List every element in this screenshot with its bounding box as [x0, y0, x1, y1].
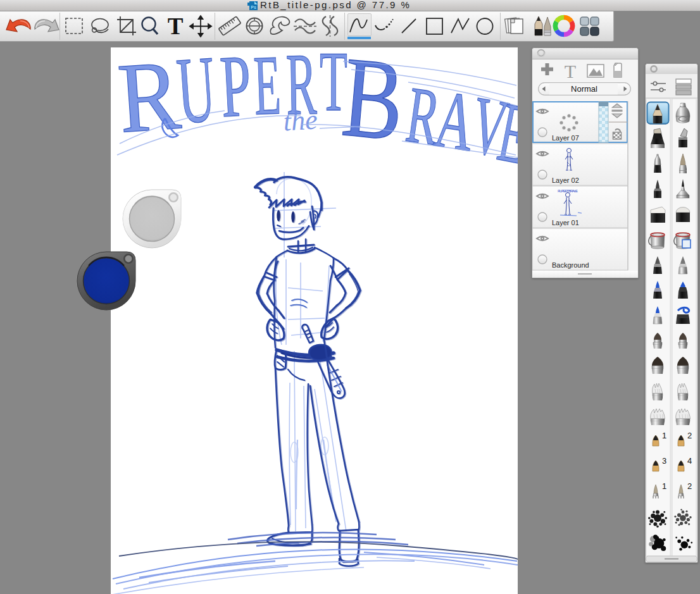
svg-text:Layer 07: Layer 07	[552, 134, 579, 142]
svg-text:T: T	[168, 13, 184, 39]
svg-text:Background: Background	[552, 261, 589, 269]
svg-text:T: T	[565, 61, 576, 82]
svg-text:3: 3	[662, 456, 666, 466]
svg-text:E: E	[253, 47, 282, 133]
svg-text:Layer 01: Layer 01	[552, 219, 579, 226]
svg-text:2: 2	[687, 431, 692, 440]
svg-text:U: U	[174, 47, 218, 143]
svg-text:Layer 02: Layer 02	[552, 176, 579, 184]
svg-text:4: 4	[687, 456, 692, 466]
svg-text:1: 1	[662, 481, 666, 491]
svg-text:2: 2	[687, 481, 692, 491]
svg-text:Ps: Ps	[251, 5, 256, 9]
svg-text:the: the	[283, 104, 318, 137]
svg-text:Normal: Normal	[571, 84, 597, 94]
svg-text:B: B	[338, 47, 409, 164]
svg-text:1: 1	[662, 431, 666, 440]
